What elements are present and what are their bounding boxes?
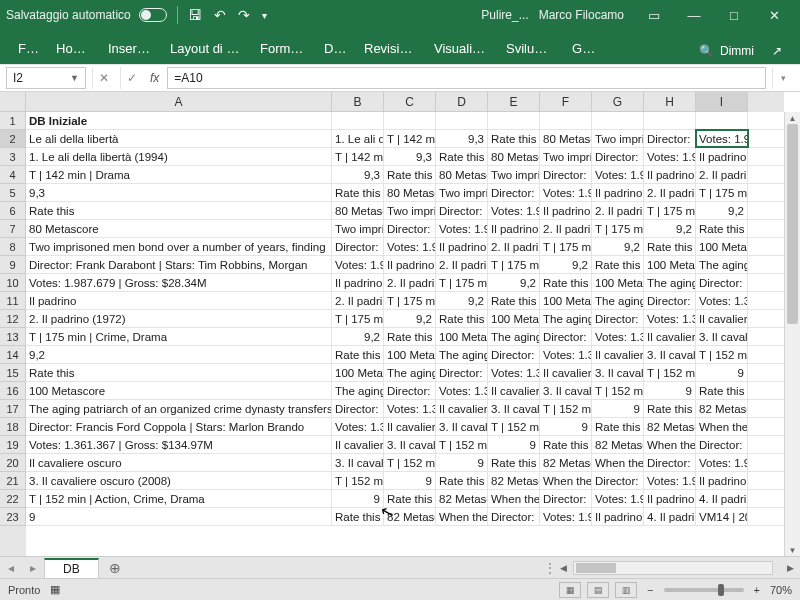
cell[interactable]: The aging (384, 364, 436, 381)
hscroll-left-icon[interactable]: ◀ (560, 563, 567, 573)
formula-input[interactable]: =A10 (167, 67, 766, 89)
cell[interactable]: Votes: 1.987 (696, 130, 748, 147)
column-header-F[interactable]: F (540, 92, 592, 112)
cell[interactable]: 80 Metascore (488, 148, 540, 165)
tab-scroll-split-icon[interactable]: ⋮ (540, 561, 560, 575)
cell[interactable]: 9,2 (540, 256, 592, 273)
cell[interactable]: Rate this (592, 418, 644, 435)
cell[interactable]: The aging (436, 346, 488, 363)
cell[interactable]: 82 Metascore (488, 472, 540, 489)
cell[interactable]: Il cavaliere (644, 328, 696, 345)
tab-data[interactable]: Dati (314, 35, 354, 64)
sheet-nav-next-icon[interactable]: ▸ (22, 561, 44, 575)
cell[interactable]: 9,2 (488, 274, 540, 291)
cell[interactable]: 82 Metascore (696, 400, 748, 417)
cell[interactable]: 2. Il padrino (1972) (26, 310, 332, 327)
cell[interactable]: The aging (332, 382, 384, 399)
cell[interactable]: T | 152 min (332, 472, 384, 489)
cell[interactable]: Votes: 1.962 (696, 454, 748, 471)
cell[interactable]: Rate this (488, 454, 540, 471)
cell[interactable]: Votes: 1.361 (644, 310, 696, 327)
cell[interactable]: Votes: 1.987 (488, 202, 540, 219)
hscroll-right-icon[interactable]: ▶ (787, 563, 794, 573)
cell[interactable]: Director: (332, 238, 384, 255)
cell[interactable]: Director: (488, 508, 540, 525)
row-header-1[interactable]: 1 (0, 112, 26, 130)
tab-view[interactable]: Visualizza (424, 35, 496, 64)
cell[interactable]: 3. Il cavaliere (332, 454, 384, 471)
cell[interactable]: Votes: 1.987 (332, 256, 384, 273)
cell[interactable]: The aging (488, 328, 540, 345)
cell[interactable]: 9 (592, 400, 644, 417)
tab-review[interactable]: Revisione (354, 35, 424, 64)
row-header-11[interactable]: 11 (0, 292, 26, 310)
cell[interactable]: Rate this (436, 310, 488, 327)
add-sheet-button[interactable]: ⊕ (99, 560, 131, 576)
cell[interactable] (540, 112, 592, 129)
cell[interactable]: Director: (436, 202, 488, 219)
row-header-21[interactable]: 21 (0, 472, 26, 490)
cell[interactable]: 3. Il cavaliere (592, 364, 644, 381)
zoom-value[interactable]: 70% (770, 584, 792, 596)
cell[interactable]: Votes: 1.361 (436, 382, 488, 399)
row-header-16[interactable]: 16 (0, 382, 26, 400)
cell[interactable]: DB Iniziale (26, 112, 332, 129)
cell[interactable]: Rate this (332, 346, 384, 363)
cell[interactable]: Il padrino (436, 238, 488, 255)
cell[interactable]: Two imprisoned (384, 202, 436, 219)
row-header-17[interactable]: 17 (0, 400, 26, 418)
vertical-scrollbar[interactable]: ▲ ▼ (784, 112, 800, 556)
cell[interactable]: When the (696, 418, 748, 435)
cell[interactable]: 9,2 (384, 310, 436, 327)
cell[interactable]: Il cavaliere (696, 310, 748, 327)
cell[interactable]: 100 Metascore (540, 292, 592, 309)
cell[interactable]: Rate this (384, 490, 436, 507)
cell[interactable]: 82 Metascore (436, 490, 488, 507)
cell[interactable]: T | 152 min (540, 400, 592, 417)
row-header-23[interactable]: 23 (0, 508, 26, 526)
cell[interactable]: When the (644, 436, 696, 453)
cell[interactable]: 100 Metascore (26, 382, 332, 399)
cell[interactable]: Rate this (540, 274, 592, 291)
cell[interactable]: T | 175 min (488, 256, 540, 273)
cell[interactable]: Il padrino (696, 148, 748, 165)
cell[interactable]: T | 152 min (488, 418, 540, 435)
cell[interactable]: Director: (696, 436, 748, 453)
cell[interactable]: T | 175 min (592, 220, 644, 237)
cell[interactable]: Director: (592, 310, 644, 327)
cell[interactable]: Director: (488, 346, 540, 363)
cell[interactable] (332, 112, 384, 129)
spreadsheet-grid[interactable]: ABCDEFGHI 123456789101112131415161718192… (0, 92, 800, 556)
cell[interactable]: 9,2 (644, 220, 696, 237)
cell[interactable]: The aging patriarch of an organized crim… (26, 400, 332, 417)
cell[interactable]: 9,3 (384, 148, 436, 165)
cell[interactable]: 80 Metascore (26, 220, 332, 237)
view-page-break-button[interactable]: ▥ (615, 582, 637, 598)
cell[interactable]: 3. Il cavaliere (696, 328, 748, 345)
cell[interactable]: Votes: 1.987 (436, 220, 488, 237)
cell[interactable]: Votes: 1.987 (592, 166, 644, 183)
ribbon-display-icon[interactable]: ▭ (634, 0, 674, 30)
cell[interactable]: T | 152 min (644, 364, 696, 381)
cell[interactable]: The aging (592, 292, 644, 309)
cell[interactable]: Il cavaliere oscuro (26, 454, 332, 471)
horizontal-scrollbar[interactable] (573, 561, 773, 575)
save-icon[interactable]: 🖫 (188, 7, 202, 23)
cell[interactable]: When the (540, 472, 592, 489)
cell[interactable]: 9,2 (332, 328, 384, 345)
view-normal-button[interactable]: ▦ (559, 582, 581, 598)
scroll-up-icon[interactable]: ▲ (785, 112, 800, 124)
cells-viewport[interactable]: DB InizialeLe ali della libertà1. Le ali… (26, 112, 784, 556)
share-button[interactable]: ↗ (762, 38, 792, 64)
cell[interactable]: Director: (644, 454, 696, 471)
cell[interactable]: Director: (644, 292, 696, 309)
cell[interactable]: 2. Il padrino (644, 184, 696, 201)
cell[interactable]: 3. Il cavaliere (436, 418, 488, 435)
cell[interactable]: When the (592, 454, 644, 471)
cell[interactable]: Rate this (644, 400, 696, 417)
cell[interactable]: Il padrino (540, 202, 592, 219)
cell[interactable]: 100 Metascore (384, 346, 436, 363)
cell[interactable]: VM14 | 202 (696, 508, 748, 525)
cell[interactable]: Il padrino (644, 490, 696, 507)
row-header-9[interactable]: 9 (0, 256, 26, 274)
